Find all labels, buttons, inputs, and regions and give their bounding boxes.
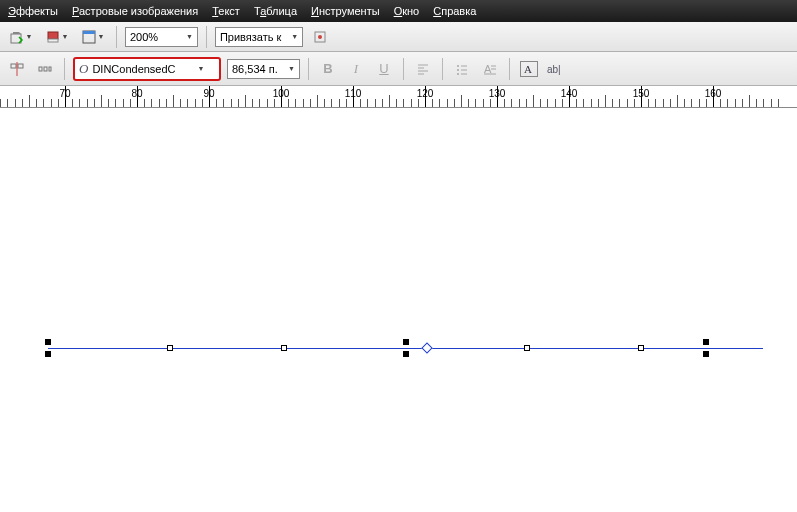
font-size-input[interactable] <box>232 63 284 75</box>
selection-handle[interactable] <box>403 339 409 345</box>
bold-button[interactable]: B <box>317 58 339 80</box>
svg-rect-2 <box>48 39 58 42</box>
selection-handle[interactable] <box>703 339 709 345</box>
svg-point-21 <box>457 73 459 75</box>
menu-window[interactable]: Окно <box>394 5 420 17</box>
selection-handle[interactable] <box>281 345 287 351</box>
svg-point-19 <box>457 69 459 71</box>
chevron-down-icon[interactable]: ▼ <box>291 33 298 40</box>
svg-rect-1 <box>48 32 58 39</box>
window-mode-button[interactable]: ▼ <box>78 26 108 48</box>
selection-handle[interactable] <box>167 345 173 351</box>
menu-help[interactable]: Справка <box>433 5 476 17</box>
zoom-input[interactable] <box>130 31 186 43</box>
font-family-combo[interactable]: O ▼ <box>73 57 221 81</box>
toolbar-text: O ▼ ▼ B I U A A ab| <box>0 52 797 86</box>
separator <box>403 58 404 80</box>
svg-rect-10 <box>39 67 42 71</box>
separator <box>308 58 309 80</box>
document-canvas[interactable] <box>0 108 797 512</box>
ruler-label: 160 <box>705 88 722 99</box>
horizontal-ruler[interactable]: 60708090100110120130140150160 <box>0 86 797 108</box>
ruler-label: 110 <box>345 88 362 99</box>
selection-handle[interactable] <box>703 351 709 357</box>
selection-handle[interactable] <box>45 339 51 345</box>
font-size-combo[interactable]: ▼ <box>227 59 300 79</box>
svg-text:A: A <box>524 63 532 75</box>
svg-point-17 <box>457 65 459 67</box>
dropcap-button[interactable]: A <box>479 58 501 80</box>
separator <box>206 26 207 48</box>
ruler-label: 150 <box>633 88 650 99</box>
export-button[interactable]: ▼ <box>42 26 72 48</box>
snap-to-combo[interactable]: Привязать к ▼ <box>215 27 303 47</box>
svg-text:A: A <box>484 63 492 75</box>
underline-button[interactable]: U <box>373 58 395 80</box>
bullets-button[interactable] <box>451 58 473 80</box>
distribute-button[interactable] <box>34 58 56 80</box>
svg-rect-4 <box>83 31 95 34</box>
selection-handle[interactable] <box>403 351 409 357</box>
font-preview-icon: O <box>79 61 88 77</box>
ruler-label: 80 <box>131 88 142 99</box>
ruler-label: 140 <box>561 88 578 99</box>
separator <box>116 26 117 48</box>
menu-table[interactable]: Таблица <box>254 5 297 17</box>
snap-settings-button[interactable] <box>309 26 331 48</box>
chevron-down-icon[interactable]: ▼ <box>197 65 204 72</box>
ruler-label: 120 <box>417 88 434 99</box>
separator <box>442 58 443 80</box>
svg-rect-12 <box>49 67 51 71</box>
font-family-input[interactable] <box>92 63 197 75</box>
selection-handle[interactable] <box>638 345 644 351</box>
toolbar-standard: ▼ ▼ ▼ ▼ Привязать к ▼ <box>0 22 797 52</box>
character-formatting-button[interactable]: A <box>518 58 540 80</box>
align-panel-button[interactable] <box>6 58 28 80</box>
separator <box>509 58 510 80</box>
ruler-label: 130 <box>489 88 506 99</box>
ruler-label: 90 <box>203 88 214 99</box>
menubar: Эффекты Растровые изображения Текст Табл… <box>0 0 797 22</box>
menu-effects[interactable]: Эффекты <box>8 5 58 17</box>
selected-object[interactable] <box>48 348 763 349</box>
selection-center-icon[interactable] <box>421 342 432 353</box>
align-left-button[interactable] <box>412 58 434 80</box>
italic-button[interactable]: I <box>345 58 367 80</box>
snap-label: Привязать к <box>220 31 281 43</box>
separator <box>64 58 65 80</box>
menu-text[interactable]: Текст <box>212 5 240 17</box>
svg-rect-7 <box>11 64 16 68</box>
zoom-level-combo[interactable]: ▼ <box>125 27 198 47</box>
svg-rect-8 <box>18 64 23 68</box>
selection-handle[interactable] <box>45 351 51 357</box>
menu-raster[interactable]: Растровые изображения <box>72 5 198 17</box>
selection-handle[interactable] <box>524 345 530 351</box>
chevron-down-icon[interactable]: ▼ <box>186 33 193 40</box>
ruler-label: 100 <box>273 88 290 99</box>
chevron-down-icon[interactable]: ▼ <box>288 65 295 72</box>
import-button[interactable]: ▼ <box>6 26 36 48</box>
svg-text:ab|: ab| <box>547 64 561 75</box>
menu-tools[interactable]: Инструменты <box>311 5 380 17</box>
svg-rect-11 <box>44 67 47 71</box>
edit-text-button[interactable]: ab| <box>546 58 568 80</box>
ruler-label: 70 <box>59 88 70 99</box>
svg-point-6 <box>318 35 322 39</box>
